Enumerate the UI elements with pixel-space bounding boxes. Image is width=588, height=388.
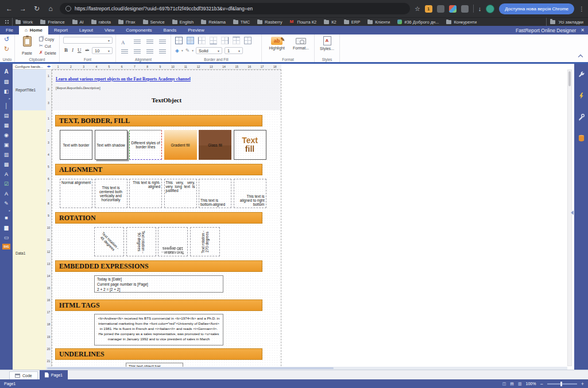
site-info-icon[interactable] xyxy=(65,6,71,11)
bookmark-item[interactable]: Клієнти xyxy=(368,20,390,25)
bookmark-item[interactable]: Work xyxy=(16,20,33,25)
tab-report[interactable]: Report xyxy=(48,26,74,34)
object-tool-icon[interactable]: ■ xyxy=(0,213,13,222)
url-bar[interactable]: https://fastreport.cloud/designer/?uuid=… xyxy=(60,3,410,14)
extension-icon-3[interactable] xyxy=(449,5,457,13)
text-object[interactable]: Different styles of border lines xyxy=(129,130,162,160)
align-center-button[interactable] xyxy=(146,40,153,45)
view-mode-2-icon[interactable]: ▤ xyxy=(510,382,514,386)
dictionary-key-icon[interactable] xyxy=(578,113,585,121)
font-color-button[interactable]: A xyxy=(121,40,134,45)
bookmark-item[interactable]: English xyxy=(172,20,194,25)
band-report-title[interactable]: ReportTitle1 xyxy=(13,70,46,110)
tab-preview[interactable]: Preview xyxy=(182,26,210,34)
chevron-down-icon[interactable]: ▾ xyxy=(181,49,183,52)
text-object[interactable]: Normal alignment xyxy=(60,179,92,208)
apps-grid-icon[interactable] xyxy=(5,20,9,24)
text-object[interactable]: This text is aligned to right bottom xyxy=(234,179,266,208)
bookmark-item[interactable]: К2 xyxy=(324,20,336,25)
bold-button[interactable]: B xyxy=(64,47,68,53)
report-title-text[interactable]: TextObject xyxy=(52,97,281,103)
border-all-button[interactable] xyxy=(175,37,183,44)
object-tool-icon[interactable]: ✎ xyxy=(0,198,13,208)
align-left-button[interactable] xyxy=(134,40,141,45)
extensions-puzzle-icon[interactable] xyxy=(461,5,469,13)
font-family-select[interactable]: ▾ xyxy=(63,37,113,44)
border-bottom-button[interactable] xyxy=(210,37,217,44)
browser-menu-icon[interactable]: ⋮ xyxy=(579,6,583,12)
band-data[interactable]: Data1 xyxy=(13,110,46,370)
report-page[interactable]: Learn about various report objects on th… xyxy=(52,70,281,369)
justify-button[interactable] xyxy=(159,49,166,55)
object-tool-icon[interactable]: ◉ xyxy=(0,130,13,140)
scrollbar-thumb[interactable] xyxy=(568,71,571,86)
chrome-update-button[interactable]: Доступна нова версія Chrome xyxy=(499,3,574,14)
bookmark-item[interactable]: #36 Доброго дн... xyxy=(397,20,439,25)
copy-button[interactable]: Copy xyxy=(39,36,56,42)
align-right-button[interactable] xyxy=(159,40,166,45)
vertical-scrollbar[interactable] xyxy=(567,70,572,366)
close-designer-icon[interactable]: ✕ xyxy=(581,28,585,33)
chevron-down-icon[interactable]: ▾ xyxy=(192,49,194,52)
strikethrough-button[interactable]: ab xyxy=(86,48,90,52)
text-object[interactable]: Text rotation - 45 degrees xyxy=(94,227,124,256)
text-object[interactable]: Text rotation - 270 degrees xyxy=(190,227,220,256)
all-bookmarks-label[interactable]: Усі закладки xyxy=(559,20,583,25)
format-button[interactable]: Format... xyxy=(289,37,312,50)
object-tool-icon[interactable]: ▤ xyxy=(0,110,13,120)
text-object[interactable]: This text is centered both vertically an… xyxy=(95,179,127,208)
extension-icon-2[interactable] xyxy=(437,5,444,13)
bookmark-star-icon[interactable]: ☆ xyxy=(415,5,420,13)
object-tool-icon[interactable]: ☑ xyxy=(0,179,13,189)
object-tool-icon[interactable]: ▣ xyxy=(0,140,13,149)
object-tool-icon[interactable]: A xyxy=(0,169,13,179)
bookmark-item[interactable]: Птах xyxy=(118,20,136,25)
zoom-slider[interactable] xyxy=(547,383,577,385)
object-tool-icon[interactable]: ▥ xyxy=(0,149,13,159)
object-tool-icon[interactable]: ▩ xyxy=(0,159,13,169)
section-header-html-tags[interactable]: HTML TAGS xyxy=(55,299,262,311)
bookmark-item[interactable]: Frelance xyxy=(40,20,64,25)
text-object[interactable]: Gradient fill xyxy=(164,130,197,160)
text-object[interactable]: Text with border xyxy=(60,130,92,160)
text-object[interactable]: Text with shadow xyxy=(95,130,127,160)
band-scroll-arrows[interactable]: ◀▶ xyxy=(46,64,52,70)
bookmark-item[interactable]: Service xyxy=(143,20,165,25)
bookmark-item[interactable]: rabota xyxy=(91,20,111,25)
configure-bands-button[interactable]: Configure bands... xyxy=(13,64,46,70)
line-color-icon[interactable]: ✎ xyxy=(185,48,190,53)
align-middle-button[interactable] xyxy=(134,49,141,55)
view-mode-1-icon[interactable]: ◫ xyxy=(502,382,506,386)
section-header-rotation[interactable]: ROTATION xyxy=(55,212,262,224)
bookmark-item[interactable]: Пошта К2 xyxy=(290,20,317,25)
bookmark-item[interactable]: TMC xyxy=(233,20,250,25)
tab-code[interactable]: Code xyxy=(9,371,38,379)
border-custom-button[interactable] xyxy=(244,37,252,44)
reload-icon[interactable]: ↻ xyxy=(32,5,41,13)
border-inside-button[interactable] xyxy=(187,37,194,44)
cut-button[interactable]: ✂Cut xyxy=(39,43,56,49)
scrollbar-thumb[interactable] xyxy=(47,367,334,369)
back-icon[interactable]: ← xyxy=(5,5,14,13)
tab-file[interactable]: File xyxy=(0,26,19,34)
object-tool-icon[interactable]: ▆ xyxy=(0,222,13,232)
object-tool-icon[interactable]: │ xyxy=(0,101,13,110)
section-header-alignment[interactable]: ALIGNMENT xyxy=(55,164,262,175)
extension-icon-1[interactable]: 1 xyxy=(425,5,432,13)
border-top-button[interactable] xyxy=(233,37,240,44)
object-tool-icon[interactable]: ▸ xyxy=(0,208,13,213)
paste-button[interactable]: Paste xyxy=(20,36,34,57)
redo-icon[interactable]: ↻ xyxy=(4,45,9,53)
academy-link[interactable]: Learn about various report objects on th… xyxy=(56,76,191,82)
bookmark-item[interactable]: Конкуренти xyxy=(446,20,477,25)
html-tags-text-object[interactable]: <b>Andrew</b> received his BTS commercia… xyxy=(94,314,223,345)
bookmark-item[interactable]: Rasberry xyxy=(257,20,282,25)
text-object[interactable]: Text rotation - 90 degrees xyxy=(126,227,156,256)
fill-color-icon[interactable]: ◈ xyxy=(175,48,179,53)
object-tool-icon[interactable]: ▭ xyxy=(0,232,13,242)
text-object[interactable]: This text is right-aligned xyxy=(129,179,162,208)
bookmark-item[interactable]: ERP xyxy=(344,20,360,25)
object-tool-icon[interactable]: ◧ xyxy=(0,86,13,96)
object-tool-icon[interactable]: SVG xyxy=(0,242,13,251)
forward-icon[interactable]: → xyxy=(18,5,28,13)
